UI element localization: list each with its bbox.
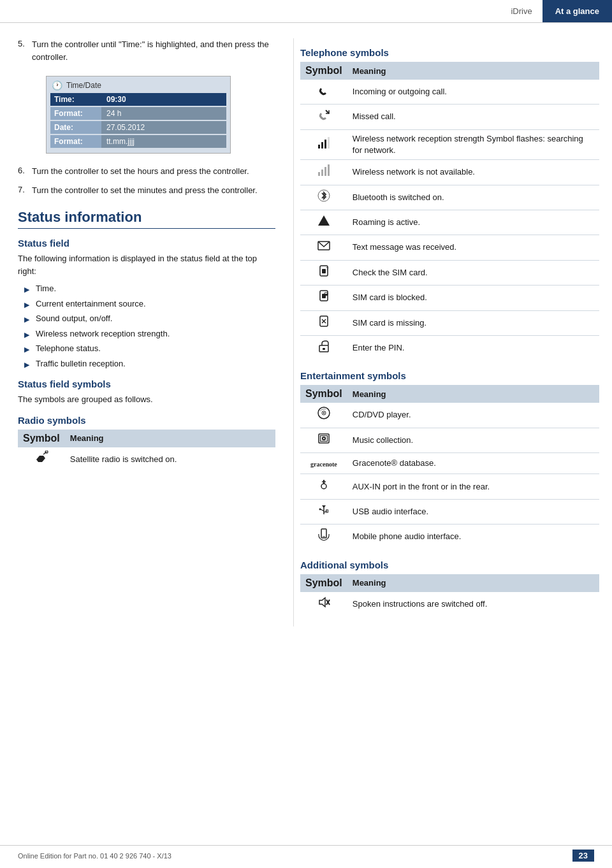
mobile-phone-audio-icon xyxy=(317,528,331,542)
cd-dvd-icon xyxy=(317,406,331,420)
ent-meaning-mobileaudio: Mobile phone audio interface. xyxy=(347,524,599,549)
bullet-sound-text: Sound output, on/off. xyxy=(36,312,112,325)
step-7-num: 7. xyxy=(18,184,32,197)
aux-port-icon xyxy=(317,477,331,491)
missed-call-icon xyxy=(317,108,331,122)
footer-edition-text: Online Edition for Part no. 01 40 2 926 … xyxy=(18,852,171,860)
table-row: ? Check the SIM card. xyxy=(300,260,599,285)
table-row: Missed call. xyxy=(300,105,599,129)
right-column: Telephone symbols Symbol Meaning Incomin… xyxy=(293,38,612,626)
tel-sym-no-signal xyxy=(300,160,347,185)
telephone-symbols-table: Symbol Meaning Incoming or outgoing call… xyxy=(300,62,599,360)
timebox-label-time: Time: xyxy=(50,93,101,106)
add-meaning-mute: Spoken instructions are switched off. xyxy=(347,592,599,616)
svg-rect-8 xyxy=(318,172,320,176)
radio-table-header-symbol: Symbol xyxy=(18,430,65,447)
timebox-value-format1: 24 h xyxy=(101,107,226,120)
telephone-symbols-heading: Telephone symbols xyxy=(300,47,599,58)
tel-sym-pin xyxy=(300,335,347,360)
radio-meaning-satellite: Satellite radio is switched on. xyxy=(65,447,275,472)
table-row: Wireless network is not available. xyxy=(300,160,599,185)
table-row: SIM card is missing. xyxy=(300,310,599,335)
bullet-time-text: Time. xyxy=(36,282,56,295)
table-row: SIM card is blocked. xyxy=(300,286,599,310)
tel-sym-simmissing xyxy=(300,310,347,335)
status-field-desc: The following information is displayed i… xyxy=(18,252,275,277)
page-header: iDrive At a glance xyxy=(0,0,612,23)
footer-page-number: 23 xyxy=(572,850,594,862)
add-table-header-symbol: Symbol xyxy=(300,574,347,592)
svg-point-41 xyxy=(319,508,321,510)
additional-symbols-heading: Additional symbols xyxy=(300,560,599,570)
page-content: 5. Turn the controller until "Time:" is … xyxy=(0,23,612,652)
table-row: Roaming is active. xyxy=(300,210,599,235)
tel-sym-sms xyxy=(300,235,347,260)
tel-meaning-simcheck: Check the SIM card. xyxy=(347,260,599,285)
step-5-num: 5. xyxy=(18,38,32,63)
radio-symbols-table: Symbol Meaning Satellite radio is switch… xyxy=(18,430,275,472)
bullet-entertainment-text: Current entertainment source. xyxy=(36,298,146,310)
signal-strength-icon xyxy=(317,136,331,150)
svg-rect-21 xyxy=(324,294,328,296)
tel-meaning-incoming: Incoming or outgoing call. xyxy=(347,80,599,105)
svg-point-29 xyxy=(323,412,324,414)
timebox-title-text: Time/Date xyxy=(66,81,101,90)
step-5: 5. Turn the controller until "Time:" is … xyxy=(18,38,275,63)
bullet-arrow-icon: ▶ xyxy=(24,329,31,340)
tel-table-header-symbol: Symbol xyxy=(300,62,347,80)
status-field-symbols-heading: Status field symbols xyxy=(18,379,275,389)
svg-rect-11 xyxy=(328,164,330,176)
header-ataglance-label: At a glance xyxy=(543,0,612,22)
tel-meaning-signal: Wireless network reception strength Symb… xyxy=(347,129,599,159)
spoken-instructions-off-icon xyxy=(317,595,331,609)
text-message-icon xyxy=(317,238,331,252)
table-row: Mobile phone audio interface. xyxy=(300,524,599,549)
timebox-label-format2: Format: xyxy=(50,135,101,148)
tel-sym-missed xyxy=(300,105,347,129)
add-sym-mute xyxy=(300,592,347,616)
step-list-67: 6. Turn the controller to set the hours … xyxy=(18,165,275,196)
svg-text:?: ? xyxy=(326,266,329,271)
tel-meaning-roaming: Roaming is active. xyxy=(347,210,599,235)
tel-meaning-simmissing: SIM card is missing. xyxy=(347,310,599,335)
bullet-arrow-icon: ▶ xyxy=(24,284,31,295)
ent-sym-cd xyxy=(300,403,347,428)
step-list: 5. Turn the controller until "Time:" is … xyxy=(18,38,275,63)
timebox-label-format1: Format: xyxy=(50,107,101,120)
clock-icon: 🕐 xyxy=(52,80,62,90)
timebox-row-date: Date: 27.05.2012 xyxy=(50,121,226,134)
step-7: 7. Turn the controller to set the minute… xyxy=(18,184,275,197)
ent-sym-aux xyxy=(300,474,347,499)
status-field-heading: Status field xyxy=(18,238,275,249)
bullet-arrow-icon: ▶ xyxy=(24,300,31,310)
sim-check-icon: ? xyxy=(317,264,331,278)
table-row: Incoming or outgoing call. xyxy=(300,80,599,105)
enter-pin-icon xyxy=(317,339,331,353)
bullet-wireless-text: Wireless network reception strength. xyxy=(36,328,170,340)
step-7-text: Turn the controller to set the minutes a… xyxy=(32,184,275,197)
bullet-telephone-text: Telephone status. xyxy=(36,342,101,355)
svg-rect-26 xyxy=(323,348,325,350)
table-row: Bluetooth is switched on. xyxy=(300,185,599,210)
timebox-value-format2: tt.mm.jjjj xyxy=(101,135,226,148)
table-row: Satellite radio is switched on. xyxy=(18,447,275,472)
svg-rect-7 xyxy=(328,137,330,148)
tel-meaning-pin: Enter the PIN. xyxy=(347,335,599,360)
svg-marker-0 xyxy=(36,456,45,462)
sim-blocked-icon xyxy=(317,289,331,303)
ent-sym-gracenote: gracenote xyxy=(300,453,347,474)
page-footer: Online Edition for Part no. 01 40 2 926 … xyxy=(0,845,612,862)
svg-point-35 xyxy=(321,484,326,489)
table-row: gracenote Gracenote® database. xyxy=(300,453,599,474)
no-signal-icon xyxy=(317,163,331,177)
tel-sym-simblock xyxy=(300,286,347,310)
step-5-text: Turn the controller until "Time:" is hig… xyxy=(32,38,275,63)
bullet-entertainment: ▶ Current entertainment source. xyxy=(24,298,275,310)
ent-meaning-music: Music collection. xyxy=(347,428,599,452)
ent-meaning-aux: AUX-IN port in the front or in the rear. xyxy=(347,474,599,499)
bullet-arrow-icon: ▶ xyxy=(24,344,31,355)
roaming-icon xyxy=(317,213,331,228)
step-6-text: Turn the controller to set the hours and… xyxy=(32,165,275,178)
status-bullet-list: ▶ Time. ▶ Current entertainment source. … xyxy=(24,282,275,370)
status-information-heading: Status information xyxy=(18,209,275,229)
